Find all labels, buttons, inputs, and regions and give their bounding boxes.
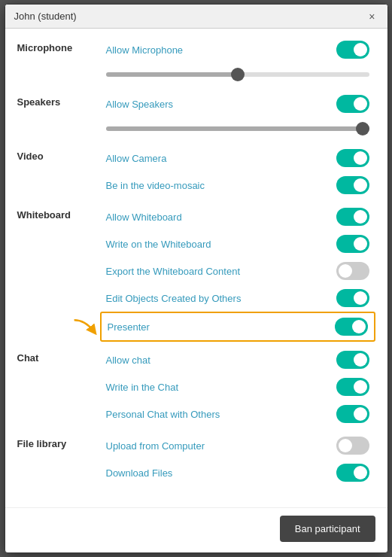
- toggle-video-mosaic[interactable]: [336, 176, 369, 194]
- section-label-chat: Chat: [17, 346, 100, 428]
- toggle-slider-allow-camera: [336, 149, 369, 167]
- toggle-download-files[interactable]: [336, 464, 369, 482]
- toggle-personal-chat[interactable]: [336, 405, 369, 423]
- permission-label-allow-whiteboard: Allow Whiteboard: [106, 212, 182, 223]
- section-speakers: SpeakersAllow Speakers: [17, 90, 375, 140]
- toggle-allow-microphone[interactable]: [336, 41, 369, 59]
- close-button[interactable]: ×: [366, 11, 378, 22]
- dialog-title: John (student): [14, 11, 77, 22]
- toggle-slider-allow-speakers: [336, 95, 369, 113]
- permission-row-presenter: Presenter: [100, 312, 375, 342]
- toggle-allow-camera[interactable]: [336, 149, 369, 167]
- permission-row-allow-whiteboard: Allow Whiteboard: [100, 203, 375, 230]
- section-video: VideoAllow CameraBe in the video-mosaic: [17, 145, 375, 199]
- toggle-slider-export-whiteboard: [336, 262, 369, 280]
- toggle-allow-whiteboard[interactable]: [336, 208, 369, 226]
- permission-row-personal-chat: Personal Chat with Others: [100, 400, 375, 428]
- permission-label-allow-camera: Allow Camera: [106, 153, 167, 164]
- dialog-body: MicrophoneAllow MicrophoneSpeakersAllow …: [5, 29, 387, 503]
- section-label-file-library: File library: [17, 432, 100, 486]
- mic-volume-slider[interactable]: [106, 72, 369, 77]
- permission-label-allow-microphone: Allow Microphone: [106, 44, 184, 56]
- section-content-chat: Allow chatWrite in the ChatPersonal Chat…: [100, 346, 375, 428]
- permission-label-write-chat: Write in the Chat: [106, 382, 179, 393]
- presenter-arrow-icon: [73, 318, 97, 336]
- dialog-header: John (student) ×: [5, 5, 387, 29]
- permission-row-allow-microphone: Allow Microphone: [100, 36, 375, 63]
- section-label-speakers: Speakers: [17, 90, 100, 140]
- permission-row-download-files: Download Files: [100, 459, 375, 486]
- toggle-slider-allow-microphone: [336, 41, 369, 59]
- permission-label-write-whiteboard: Write on the Whiteboard: [106, 239, 211, 250]
- permission-label-presenter: Presenter: [108, 321, 150, 333]
- permission-label-export-whiteboard: Export the Whiteboard Content: [106, 266, 241, 277]
- section-content-speakers: Allow Speakers: [100, 90, 375, 140]
- toggle-slider-edit-objects: [336, 289, 369, 307]
- section-microphone: MicrophoneAllow Microphone: [17, 36, 375, 86]
- toggle-slider-personal-chat: [336, 405, 369, 423]
- permission-label-allow-chat: Allow chat: [106, 355, 150, 366]
- toggle-upload-computer[interactable]: [336, 437, 369, 455]
- section-label-microphone: Microphone: [17, 36, 100, 86]
- section-label-video: Video: [17, 145, 100, 199]
- speaker-volume-slider[interactable]: [106, 126, 369, 131]
- permission-label-edit-objects: Edit Objects Created by Others: [106, 293, 242, 304]
- permission-row-write-whiteboard: Write on the Whiteboard: [100, 230, 375, 257]
- section-content-microphone: Allow Microphone: [100, 36, 375, 86]
- toggle-allow-chat[interactable]: [336, 351, 369, 369]
- toggle-slider-upload-computer: [336, 437, 369, 455]
- toggle-slider-allow-chat: [336, 351, 369, 369]
- permission-row-upload-computer: Upload from Computer: [100, 432, 375, 459]
- permission-row-edit-objects: Edit Objects Created by Others: [100, 285, 375, 312]
- toggle-slider-write-chat: [336, 378, 369, 396]
- dialog-footer: Ban participant: [5, 507, 387, 552]
- toggle-edit-objects[interactable]: [336, 289, 369, 307]
- ban-participant-button[interactable]: Ban participant: [280, 516, 375, 542]
- section-chat: ChatAllow chatWrite in the ChatPersonal …: [17, 346, 375, 428]
- toggle-slider-allow-whiteboard: [336, 208, 369, 226]
- toggle-presenter[interactable]: [335, 318, 368, 336]
- permission-label-video-mosaic: Be in the video-mosaic: [106, 180, 205, 191]
- toggle-slider-video-mosaic: [336, 176, 369, 194]
- permission-row-allow-camera: Allow Camera: [100, 145, 375, 172]
- toggle-export-whiteboard[interactable]: [336, 262, 369, 280]
- permission-row-allow-speakers: Allow Speakers: [100, 90, 375, 117]
- permission-row-write-chat: Write in the Chat: [100, 373, 375, 400]
- section-content-file-library: Upload from ComputerDownload Files: [100, 432, 375, 486]
- permission-label-allow-speakers: Allow Speakers: [106, 99, 174, 110]
- section-whiteboard: WhiteboardAllow WhiteboardWrite on the W…: [17, 203, 375, 342]
- permission-dialog: John (student) × MicrophoneAllow Microph…: [5, 4, 388, 553]
- toggle-write-whiteboard[interactable]: [336, 235, 369, 253]
- permission-row-allow-chat: Allow chat: [100, 346, 375, 373]
- toggle-slider-write-whiteboard: [336, 235, 369, 253]
- section-content-video: Allow CameraBe in the video-mosaic: [100, 145, 375, 199]
- toggle-slider-download-files: [336, 464, 369, 482]
- section-file-library: File libraryUpload from ComputerDownload…: [17, 432, 375, 486]
- slider-row-speaker-volume: [100, 117, 375, 140]
- permission-row-export-whiteboard: Export the Whiteboard Content: [100, 257, 375, 285]
- permission-label-upload-computer: Upload from Computer: [106, 440, 205, 452]
- permission-label-download-files: Download Files: [106, 467, 173, 479]
- toggle-write-chat[interactable]: [336, 378, 369, 396]
- permission-row-video-mosaic: Be in the video-mosaic: [100, 172, 375, 199]
- toggle-allow-speakers[interactable]: [336, 95, 369, 113]
- permission-label-personal-chat: Personal Chat with Others: [106, 409, 220, 420]
- slider-row-mic-volume: [100, 63, 375, 86]
- toggle-slider-presenter: [335, 318, 368, 336]
- section-content-whiteboard: Allow WhiteboardWrite on the WhiteboardE…: [100, 203, 375, 342]
